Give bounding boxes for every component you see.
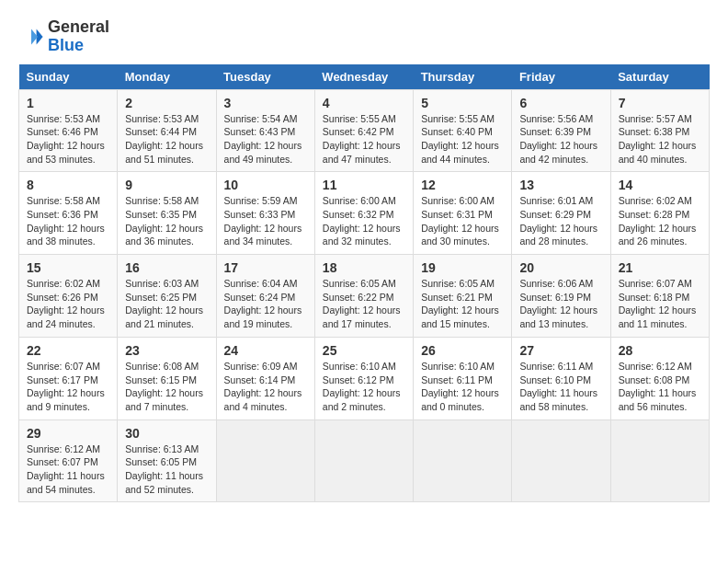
calendar-cell <box>216 419 314 502</box>
day-number: 23 <box>125 343 208 358</box>
day-number: 6 <box>519 96 602 110</box>
calendar-cell: 29Sunrise: 6:12 AM Sunset: 6:07 PM Dayli… <box>19 419 118 502</box>
day-number: 27 <box>519 343 602 358</box>
day-number: 19 <box>421 260 504 275</box>
calendar-cell <box>414 419 512 502</box>
calendar-header-row: SundayMondayTuesdayWednesdayThursdayFrid… <box>19 64 710 90</box>
calendar-cell: 3Sunrise: 5:54 AM Sunset: 6:43 PM Daylig… <box>216 89 314 172</box>
day-number: 8 <box>27 178 109 192</box>
day-number: 24 <box>224 343 307 358</box>
day-info: Sunrise: 6:13 AM Sunset: 6:05 PM Dayligh… <box>125 442 208 497</box>
day-number: 2 <box>125 96 208 110</box>
calendar-cell: 22Sunrise: 6:07 AM Sunset: 6:17 PM Dayli… <box>19 337 118 419</box>
calendar-header-cell: Friday <box>512 64 610 90</box>
day-number: 12 <box>421 178 504 192</box>
day-info: Sunrise: 6:12 AM Sunset: 6:07 PM Dayligh… <box>27 442 109 497</box>
day-number: 5 <box>421 96 504 110</box>
calendar-cell: 2Sunrise: 5:53 AM Sunset: 6:44 PM Daylig… <box>118 89 216 172</box>
day-number: 1 <box>27 96 109 110</box>
day-number: 17 <box>224 260 307 275</box>
calendar-cell: 20Sunrise: 6:06 AM Sunset: 6:19 PM Dayli… <box>512 255 610 338</box>
calendar-week-row: 1Sunrise: 5:53 AM Sunset: 6:46 PM Daylig… <box>19 89 710 172</box>
day-info: Sunrise: 6:02 AM Sunset: 6:26 PM Dayligh… <box>27 277 109 331</box>
day-number: 13 <box>519 178 602 192</box>
day-number: 25 <box>323 343 405 358</box>
calendar-cell: 9Sunrise: 5:58 AM Sunset: 6:35 PM Daylig… <box>118 172 216 255</box>
day-number: 15 <box>27 260 109 275</box>
calendar-cell <box>610 419 709 502</box>
day-info: Sunrise: 6:05 AM Sunset: 6:21 PM Dayligh… <box>421 277 504 331</box>
calendar-cell: 16Sunrise: 6:03 AM Sunset: 6:25 PM Dayli… <box>118 255 216 338</box>
calendar-cell: 14Sunrise: 6:02 AM Sunset: 6:28 PM Dayli… <box>610 172 709 255</box>
day-info: Sunrise: 6:10 AM Sunset: 6:12 PM Dayligh… <box>323 360 405 414</box>
day-number: 20 <box>519 260 602 275</box>
calendar-header-cell: Wednesday <box>314 64 413 90</box>
calendar-table: SundayMondayTuesdayWednesdayThursdayFrid… <box>18 64 710 503</box>
calendar-cell: 15Sunrise: 6:02 AM Sunset: 6:26 PM Dayli… <box>19 255 118 338</box>
calendar-header-cell: Thursday <box>414 64 512 90</box>
calendar-week-row: 29Sunrise: 6:12 AM Sunset: 6:07 PM Dayli… <box>19 419 710 502</box>
day-number: 9 <box>125 178 208 192</box>
day-number: 28 <box>619 343 701 358</box>
logo-icon <box>18 24 44 50</box>
day-info: Sunrise: 6:04 AM Sunset: 6:24 PM Dayligh… <box>224 277 307 331</box>
calendar-cell: 6Sunrise: 5:56 AM Sunset: 6:39 PM Daylig… <box>512 89 610 172</box>
day-info: Sunrise: 5:56 AM Sunset: 6:39 PM Dayligh… <box>519 112 602 167</box>
day-info: Sunrise: 6:07 AM Sunset: 6:17 PM Dayligh… <box>27 360 109 414</box>
calendar-body: 1Sunrise: 5:53 AM Sunset: 6:46 PM Daylig… <box>19 89 710 502</box>
day-info: Sunrise: 6:12 AM Sunset: 6:08 PM Dayligh… <box>619 360 701 414</box>
day-info: Sunrise: 6:09 AM Sunset: 6:14 PM Dayligh… <box>224 360 307 414</box>
calendar-cell: 26Sunrise: 6:10 AM Sunset: 6:11 PM Dayli… <box>414 337 512 419</box>
logo-name: General Blue <box>48 18 109 55</box>
day-info: Sunrise: 5:59 AM Sunset: 6:33 PM Dayligh… <box>224 194 307 248</box>
calendar-cell: 11Sunrise: 6:00 AM Sunset: 6:32 PM Dayli… <box>314 172 413 255</box>
header: General Blue <box>18 18 710 55</box>
calendar-cell: 23Sunrise: 6:08 AM Sunset: 6:15 PM Dayli… <box>118 337 216 419</box>
calendar-header-cell: Tuesday <box>216 64 314 90</box>
day-info: Sunrise: 6:08 AM Sunset: 6:15 PM Dayligh… <box>125 360 208 414</box>
calendar-cell: 27Sunrise: 6:11 AM Sunset: 6:10 PM Dayli… <box>512 337 610 419</box>
calendar-cell <box>314 419 413 502</box>
day-info: Sunrise: 6:11 AM Sunset: 6:10 PM Dayligh… <box>519 360 602 414</box>
day-info: Sunrise: 5:58 AM Sunset: 6:36 PM Dayligh… <box>27 194 109 248</box>
day-info: Sunrise: 6:06 AM Sunset: 6:19 PM Dayligh… <box>519 277 602 331</box>
day-number: 29 <box>27 426 109 441</box>
calendar-cell: 21Sunrise: 6:07 AM Sunset: 6:18 PM Dayli… <box>610 255 709 338</box>
calendar-cell: 7Sunrise: 5:57 AM Sunset: 6:38 PM Daylig… <box>610 89 709 172</box>
calendar-cell: 25Sunrise: 6:10 AM Sunset: 6:12 PM Dayli… <box>314 337 413 419</box>
calendar-cell: 30Sunrise: 6:13 AM Sunset: 6:05 PM Dayli… <box>118 419 216 502</box>
day-info: Sunrise: 6:02 AM Sunset: 6:28 PM Dayligh… <box>619 194 701 248</box>
day-info: Sunrise: 5:54 AM Sunset: 6:43 PM Dayligh… <box>224 112 307 167</box>
day-info: Sunrise: 5:53 AM Sunset: 6:44 PM Dayligh… <box>125 112 208 167</box>
day-number: 16 <box>125 260 208 275</box>
day-info: Sunrise: 5:55 AM Sunset: 6:40 PM Dayligh… <box>421 112 504 167</box>
calendar-cell: 12Sunrise: 6:00 AM Sunset: 6:31 PM Dayli… <box>414 172 512 255</box>
calendar-cell: 8Sunrise: 5:58 AM Sunset: 6:36 PM Daylig… <box>19 172 118 255</box>
calendar-week-row: 22Sunrise: 6:07 AM Sunset: 6:17 PM Dayli… <box>19 337 710 419</box>
day-number: 4 <box>323 96 405 110</box>
calendar-cell: 1Sunrise: 5:53 AM Sunset: 6:46 PM Daylig… <box>19 89 118 172</box>
calendar-cell: 28Sunrise: 6:12 AM Sunset: 6:08 PM Dayli… <box>610 337 709 419</box>
day-info: Sunrise: 6:07 AM Sunset: 6:18 PM Dayligh… <box>619 277 701 331</box>
logo: General Blue <box>18 18 109 55</box>
calendar-week-row: 8Sunrise: 5:58 AM Sunset: 6:36 PM Daylig… <box>19 172 710 255</box>
day-number: 14 <box>619 178 701 192</box>
calendar-cell <box>512 419 610 502</box>
day-number: 7 <box>619 96 701 110</box>
day-number: 18 <box>323 260 405 275</box>
day-info: Sunrise: 6:00 AM Sunset: 6:31 PM Dayligh… <box>421 194 504 248</box>
calendar-cell: 4Sunrise: 5:55 AM Sunset: 6:42 PM Daylig… <box>314 89 413 172</box>
day-info: Sunrise: 6:00 AM Sunset: 6:32 PM Dayligh… <box>323 194 405 248</box>
calendar-cell: 10Sunrise: 5:59 AM Sunset: 6:33 PM Dayli… <box>216 172 314 255</box>
day-info: Sunrise: 6:03 AM Sunset: 6:25 PM Dayligh… <box>125 277 208 331</box>
day-info: Sunrise: 6:10 AM Sunset: 6:11 PM Dayligh… <box>421 360 504 414</box>
calendar-week-row: 15Sunrise: 6:02 AM Sunset: 6:26 PM Dayli… <box>19 255 710 338</box>
calendar-cell: 24Sunrise: 6:09 AM Sunset: 6:14 PM Dayli… <box>216 337 314 419</box>
day-info: Sunrise: 5:57 AM Sunset: 6:38 PM Dayligh… <box>619 112 701 167</box>
day-info: Sunrise: 6:01 AM Sunset: 6:29 PM Dayligh… <box>519 194 602 248</box>
calendar-header-cell: Saturday <box>610 64 709 90</box>
calendar-header-cell: Sunday <box>19 64 118 90</box>
day-number: 22 <box>27 343 109 358</box>
day-info: Sunrise: 5:55 AM Sunset: 6:42 PM Dayligh… <box>323 112 405 167</box>
calendar-cell: 17Sunrise: 6:04 AM Sunset: 6:24 PM Dayli… <box>216 255 314 338</box>
